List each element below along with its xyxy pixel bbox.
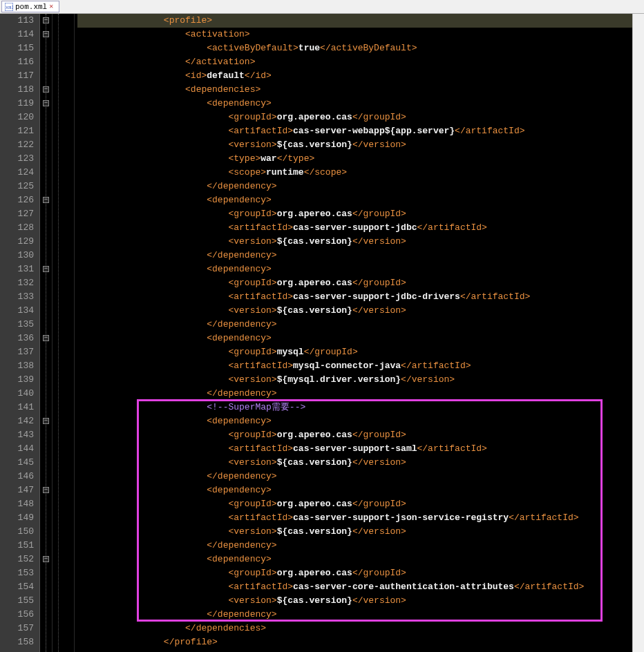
code-line[interactable]: <version>${cas.version}</version> (77, 235, 632, 249)
code-line[interactable]: <artifactId>cas-server-webapp${app.serve… (77, 124, 632, 138)
code-line[interactable]: <dependency> (77, 414, 632, 428)
line-number: 140 (0, 387, 34, 401)
line-number-gutter: 1131141151161171181191201211221231241251… (0, 14, 40, 652)
fold-toggle[interactable]: − (43, 418, 49, 424)
code-line[interactable]: <artifactId>cas-server-core-authenticati… (77, 580, 632, 594)
line-number: 142 (0, 414, 34, 428)
fold-toggle[interactable]: − (43, 335, 49, 341)
line-number: 121 (0, 124, 34, 138)
code-line[interactable]: <dependency> (77, 553, 632, 566)
code-line[interactable]: <version>${cas.version}</version> (77, 456, 632, 470)
vertical-scrollbar[interactable] (632, 14, 644, 652)
editor-area: 1131141151161171181191201211221231241251… (0, 14, 644, 652)
code-line[interactable]: </profile> (77, 635, 632, 649)
line-number: 144 (0, 442, 34, 456)
line-number: 116 (0, 55, 34, 69)
line-number: 124 (0, 166, 34, 180)
change-marker-column (53, 14, 75, 652)
tab-label: pom.xml (15, 3, 47, 11)
fold-toggle[interactable]: − (43, 86, 49, 93)
code-line[interactable]: <groupId>org.apereo.cas</groupId> (77, 497, 632, 511)
fold-column[interactable]: −−−−−−−−−− (40, 14, 53, 652)
code-line[interactable]: <dependency> (77, 332, 632, 345)
code-line[interactable]: <groupId>org.apereo.cas</groupId> (77, 428, 632, 442)
code-line[interactable]: <type>war</type> (77, 152, 632, 166)
tab-pom-xml[interactable]: xml pom.xml ✕ (1, 1, 59, 12)
code-line[interactable]: <artifactId>cas-server-support-saml</art… (77, 442, 632, 456)
code-line[interactable]: <groupId>org.apereo.cas</groupId> (77, 207, 632, 221)
code-line[interactable]: <version>${mysql.driver.version}</versio… (77, 373, 632, 387)
line-number: 150 (0, 525, 34, 539)
code-line[interactable]: <artifactId>cas-server-support-json-serv… (77, 511, 632, 525)
fold-toggle[interactable]: − (43, 17, 49, 23)
fold-toggle[interactable]: − (43, 31, 49, 37)
fold-toggle[interactable]: − (43, 100, 49, 106)
line-number: 122 (0, 138, 34, 152)
code-line[interactable]: </dependency> (77, 608, 632, 622)
code-line[interactable]: </dependencies> (77, 622, 632, 635)
code-area[interactable]: <profile> <activation> <activeByDefault>… (75, 14, 632, 652)
close-icon[interactable]: ✕ (49, 3, 56, 10)
line-number: 139 (0, 373, 34, 387)
code-line[interactable]: <artifactId>cas-server-support-jdbc-driv… (77, 290, 632, 304)
code-line[interactable]: <groupId>org.apereo.cas</groupId> (77, 111, 632, 124)
line-number: 157 (0, 622, 34, 635)
line-number: 131 (0, 262, 34, 276)
line-number: 151 (0, 539, 34, 553)
fold-toggle[interactable]: − (43, 556, 49, 562)
code-line[interactable]: <groupId>mysql</groupId> (77, 345, 632, 359)
code-line[interactable]: <!--SuperMap需要--> (77, 401, 632, 414)
line-number: 127 (0, 207, 34, 221)
code-line[interactable]: <version>${cas.version}</version> (77, 304, 632, 318)
line-number: 125 (0, 180, 34, 193)
code-line[interactable]: </dependency> (77, 180, 632, 193)
line-number: 118 (0, 83, 34, 97)
code-line[interactable]: <dependency> (77, 262, 632, 276)
line-number: 130 (0, 249, 34, 262)
code-line[interactable]: <scope>runtime</scope> (77, 166, 632, 180)
code-line[interactable]: <version>${cas.version}</version> (77, 138, 632, 152)
line-number: 129 (0, 235, 34, 249)
code-line[interactable]: <dependency> (77, 483, 632, 497)
code-line[interactable]: <artifactId>cas-server-support-jdbc</art… (77, 221, 632, 235)
code-line[interactable]: <artifactId>mysql-connector-java</artifa… (77, 359, 632, 373)
fold-toggle[interactable]: − (43, 266, 49, 272)
line-number: 147 (0, 483, 34, 497)
fold-toggle[interactable]: − (43, 487, 49, 493)
code-line[interactable]: <activation> (77, 28, 632, 41)
code-line[interactable]: <profile> (77, 14, 632, 28)
code-line[interactable]: <id>default</id> (77, 69, 632, 83)
line-number: 156 (0, 608, 34, 622)
line-number: 132 (0, 276, 34, 290)
line-number: 113 (0, 14, 34, 28)
code-line[interactable]: <version>${cas.version}</version> (77, 594, 632, 608)
code-line[interactable]: </dependency> (77, 249, 632, 262)
line-number: 128 (0, 221, 34, 235)
code-line[interactable]: <dependency> (77, 97, 632, 111)
line-number: 138 (0, 359, 34, 373)
fold-toggle[interactable]: − (43, 197, 49, 203)
line-number: 115 (0, 41, 34, 55)
line-number: 143 (0, 428, 34, 442)
line-number: 148 (0, 497, 34, 511)
code-line[interactable]: </dependency> (77, 470, 632, 483)
svg-text:xml: xml (6, 5, 13, 10)
line-number: 126 (0, 193, 34, 207)
line-number: 152 (0, 553, 34, 566)
code-line[interactable]: <groupId>org.apereo.cas</groupId> (77, 276, 632, 290)
line-number: 141 (0, 401, 34, 414)
code-line[interactable]: </dependency> (77, 387, 632, 401)
code-line[interactable]: <version>${cas.version}</version> (77, 525, 632, 539)
line-number: 158 (0, 635, 34, 649)
code-line[interactable]: </dependency> (77, 539, 632, 553)
code-line[interactable]: <activeByDefault>true</activeByDefault> (77, 41, 632, 55)
code-line[interactable]: <dependency> (77, 193, 632, 207)
line-number: 123 (0, 152, 34, 166)
line-number: 119 (0, 97, 34, 111)
code-line[interactable]: <groupId>org.apereo.cas</groupId> (77, 566, 632, 580)
code-line[interactable]: <dependencies> (77, 83, 632, 97)
line-number: 145 (0, 456, 34, 470)
code-line[interactable]: </activation> (77, 55, 632, 69)
code-line[interactable]: </dependency> (77, 318, 632, 332)
line-number: 149 (0, 511, 34, 525)
